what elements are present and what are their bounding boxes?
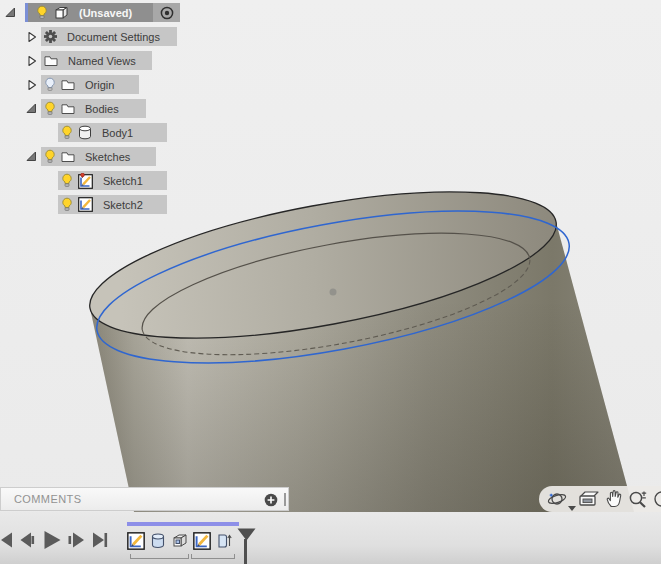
pan-hand-icon (605, 489, 623, 508)
pan-button[interactable] (605, 489, 623, 512)
bulb-on-icon[interactable] (61, 173, 73, 188)
collapse-triangle-icon[interactable] (26, 79, 37, 90)
extrude-feature-icon (215, 532, 233, 550)
box-feature-icon (171, 532, 189, 550)
folder-icon (61, 151, 75, 163)
play-button[interactable] (43, 530, 62, 554)
comments-resize-handle[interactable] (284, 493, 286, 506)
folder-icon (44, 55, 58, 67)
view-navigation-bar (539, 486, 661, 512)
add-comment-button[interactable] (264, 493, 278, 511)
expand-triangle-icon[interactable] (26, 103, 37, 114)
sketch-icon (127, 532, 145, 550)
timeline-feature-box[interactable] (171, 532, 189, 550)
activate-component-radio[interactable] (153, 3, 180, 22)
cylinder-primitive-icon (149, 532, 167, 550)
row-label: Sketch1 (103, 175, 143, 187)
timeline-feature-cylinder[interactable] (149, 532, 167, 550)
row-label: Document Settings (67, 31, 160, 43)
cylinder-body-icon (78, 125, 92, 140)
zoom-button[interactable] (628, 489, 649, 512)
chevron-down-icon (568, 506, 576, 511)
fit-button[interactable] (652, 490, 661, 512)
timeline-group-bar[interactable] (127, 522, 239, 526)
timeline-marker-line[interactable] (244, 539, 247, 564)
bulb-off-icon[interactable] (44, 77, 56, 92)
bulb-on-icon[interactable] (61, 197, 73, 212)
comments-label: COMMENTS (14, 493, 81, 505)
radio-target-icon (159, 5, 175, 21)
document-title: (Unsaved) (79, 7, 132, 19)
row-label: Sketch2 (103, 199, 143, 211)
bulb-on-icon[interactable] (44, 149, 56, 164)
collapse-triangle-icon[interactable] (26, 31, 37, 42)
orbit-dropdown-button[interactable] (568, 497, 576, 512)
folder-icon (61, 103, 75, 115)
zoom-magnifier-icon (628, 489, 649, 509)
expand-triangle-icon[interactable] (5, 7, 16, 18)
timeline-feature-sketch1[interactable] (127, 532, 145, 550)
go-to-end-button[interactable] (92, 531, 109, 553)
3d-viewport[interactable]: (Unsaved) Document Settings (0, 0, 661, 564)
bulb-on-icon[interactable] (36, 5, 48, 20)
gear-icon (44, 30, 57, 43)
bulb-on-icon[interactable] (44, 101, 56, 116)
sketch-icon (193, 532, 211, 550)
timeline-group-bracket (191, 554, 235, 559)
orbit-button[interactable] (546, 489, 568, 512)
row-label: Bodies (85, 103, 119, 115)
collapse-triangle-icon[interactable] (26, 55, 37, 66)
folder-icon (61, 79, 75, 91)
bulb-on-icon[interactable] (61, 125, 73, 140)
step-forward-button[interactable] (68, 531, 85, 553)
row-label: Named Views (68, 55, 136, 67)
row-label: Sketches (85, 151, 130, 163)
timeline-panel (0, 512, 661, 564)
timeline-feature-extrude[interactable] (215, 532, 233, 550)
plus-circle-icon (264, 493, 278, 507)
active-document-bar (25, 3, 28, 22)
fit-circle-icon (652, 490, 661, 508)
go-to-start-button[interactable] (0, 531, 14, 553)
look-at-button[interactable] (578, 490, 599, 512)
look-at-icon (578, 490, 599, 508)
sketch-pinned-icon (78, 173, 93, 189)
sketch-center-point[interactable] (330, 289, 337, 296)
step-back-button[interactable] (20, 531, 36, 553)
timeline-feature-sketch2[interactable] (193, 532, 211, 550)
comments-bar[interactable]: COMMENTS (0, 487, 289, 511)
orbit-icon (546, 489, 568, 509)
cube-icon (53, 5, 69, 21)
timeline-group-bracket (130, 554, 189, 559)
row-label: Body1 (102, 127, 133, 139)
sketch-icon (78, 197, 93, 212)
row-label: Origin (85, 79, 114, 91)
expand-triangle-icon[interactable] (26, 151, 37, 162)
